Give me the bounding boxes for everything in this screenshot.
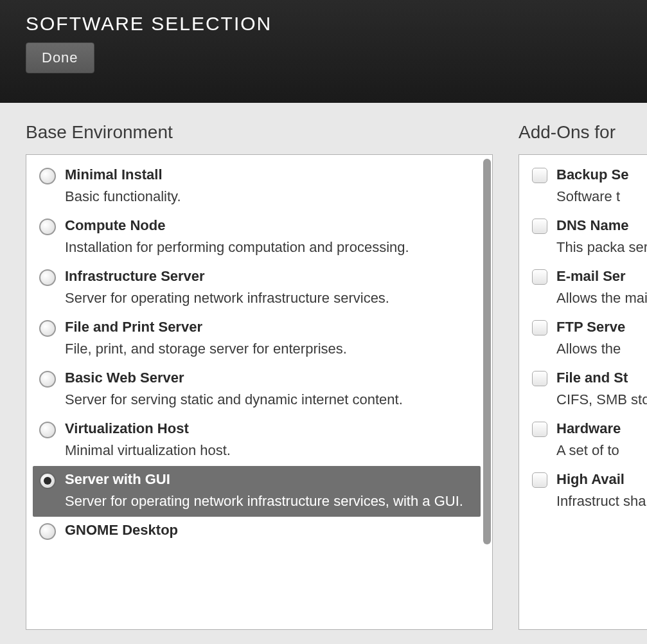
addon-description: This packa server (BIN	[556, 237, 647, 258]
base-environment-column: Base Environment Minimal InstallBasic fu…	[26, 122, 493, 630]
option-description: Server for operating network infrastruct…	[65, 287, 474, 309]
environment-option[interactable]: Minimal InstallBasic functionality.	[33, 161, 481, 212]
addons-title: Add-Ons for	[518, 122, 647, 143]
addon-title: High Avail	[556, 471, 647, 488]
checkbox-icon[interactable]	[532, 422, 547, 437]
option-description: Installation for performing computation …	[65, 237, 474, 258]
radio-icon[interactable]	[39, 219, 56, 235]
checkbox-icon[interactable]	[532, 219, 547, 234]
checkbox-icon[interactable]	[532, 168, 547, 183]
option-description: File, print, and storage server for ente…	[65, 338, 474, 359]
addon-option[interactable]: E-mail SerAllows the mail server	[526, 263, 647, 314]
environment-option[interactable]: Compute NodeInstallation for performing …	[33, 212, 481, 263]
environment-option[interactable]: Infrastructure ServerServer for operatin…	[33, 263, 481, 314]
addon-option[interactable]: FTP ServeAllows the	[526, 314, 647, 364]
addon-description: A set of to	[556, 440, 641, 461]
addon-option[interactable]: File and StCIFS, SMB storage se	[526, 364, 647, 415]
checkbox-icon[interactable]	[532, 269, 547, 285]
option-title: Virtualization Host	[65, 420, 474, 437]
option-title: Compute Node	[65, 217, 474, 234]
page-title: SOFTWARE SELECTION	[26, 13, 621, 35]
option-title: File and Print Server	[65, 319, 474, 335]
addon-description: Allows the mail server	[556, 287, 647, 309]
radio-icon[interactable]	[39, 168, 56, 184]
addon-title: FTP Serve	[556, 319, 641, 335]
addon-option[interactable]: DNS NameThis packa server (BIN	[526, 212, 647, 263]
addon-option[interactable]: Backup SeSoftware t	[526, 161, 647, 212]
addons-list: Backup SeSoftware tDNS NameThis packa se…	[518, 154, 647, 630]
addon-description: Software t	[556, 186, 641, 207]
checkbox-icon[interactable]	[532, 472, 547, 488]
radio-icon[interactable]	[39, 422, 56, 438]
environment-option[interactable]: Server with GUIServer for operating netw…	[33, 466, 481, 517]
radio-icon[interactable]	[39, 269, 56, 286]
base-environment-list: Minimal InstallBasic functionality.Compu…	[26, 154, 493, 630]
addon-option[interactable]: HardwareA set of to	[526, 415, 647, 466]
addon-description: Infrastruct shared sto	[556, 490, 647, 512]
header-bar: SOFTWARE SELECTION Done	[0, 0, 647, 103]
option-title: Infrastructure Server	[65, 268, 474, 285]
radio-icon[interactable]	[39, 472, 56, 489]
radio-icon[interactable]	[39, 320, 56, 337]
option-description: Minimal virtualization host.	[65, 440, 474, 461]
option-title: GNOME Desktop	[65, 522, 474, 539]
done-button[interactable]: Done	[26, 42, 94, 73]
scrollbar-thumb[interactable]	[483, 159, 491, 544]
option-description: Server for serving static and dynamic in…	[65, 389, 474, 410]
option-title: Minimal Install	[65, 166, 474, 183]
radio-icon[interactable]	[39, 523, 56, 540]
addons-column: Add-Ons for Backup SeSoftware tDNS NameT…	[518, 122, 647, 630]
addon-description: Allows the	[556, 338, 641, 359]
option-description: Server for operating network infrastruct…	[65, 490, 474, 512]
base-environment-title: Base Environment	[26, 122, 493, 143]
addon-title: Hardware	[556, 420, 641, 437]
option-title: Basic Web Server	[65, 370, 474, 386]
environment-option[interactable]: Basic Web ServerServer for serving stati…	[33, 364, 481, 415]
addon-description: CIFS, SMB storage se	[556, 389, 647, 410]
environment-option[interactable]: GNOME Desktop	[33, 517, 481, 546]
option-description: Basic functionality.	[65, 186, 474, 207]
addon-title: E-mail Ser	[556, 268, 647, 285]
environment-option[interactable]: Virtualization HostMinimal virtualizatio…	[33, 415, 481, 466]
addon-title: DNS Name	[556, 217, 647, 234]
environment-option[interactable]: File and Print ServerFile, print, and st…	[33, 314, 481, 364]
radio-icon[interactable]	[39, 371, 56, 388]
checkbox-icon[interactable]	[532, 371, 547, 386]
addon-option[interactable]: High AvailInfrastruct shared sto	[526, 466, 647, 517]
content-area: Base Environment Minimal InstallBasic fu…	[0, 103, 647, 630]
option-title: Server with GUI	[65, 471, 474, 488]
addon-title: Backup Se	[556, 166, 641, 183]
addon-title: File and St	[556, 370, 647, 386]
checkbox-icon[interactable]	[532, 320, 547, 335]
